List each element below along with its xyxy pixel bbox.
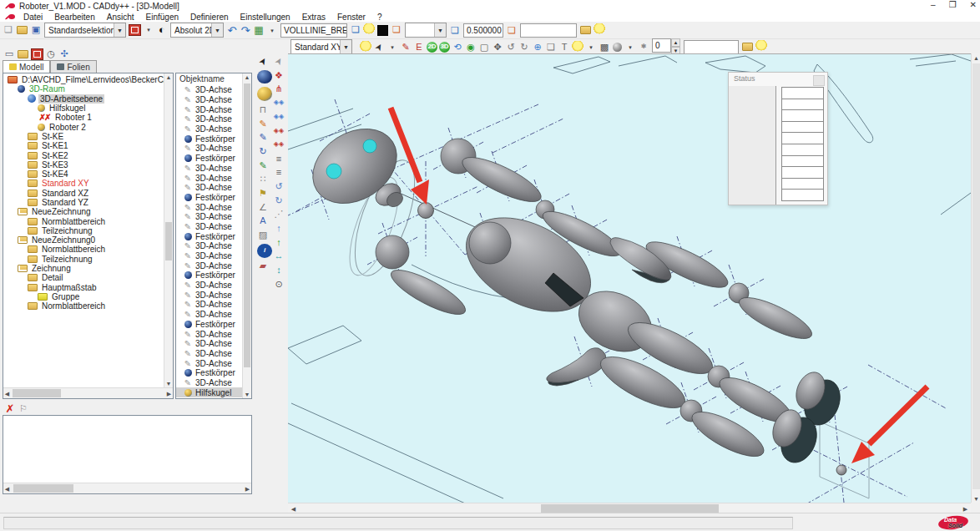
object-row[interactable]: ✎3D-Achse — [176, 378, 251, 388]
redo-button[interactable]: ↷ — [239, 24, 252, 37]
object-row[interactable]: ✎3D-Achse — [176, 114, 251, 124]
zoom-window-icon[interactable]: ▢ — [477, 41, 491, 53]
new-file-icon[interactable]: ❏ — [2, 23, 15, 36]
view-undo-icon[interactable]: ↺ — [504, 41, 518, 53]
linewidth-layer-icon[interactable]: ❏ — [505, 24, 518, 37]
render-caret[interactable]: ▾ — [624, 41, 637, 53]
pen-color-swatch[interactable] — [377, 25, 388, 36]
translate-x-icon[interactable]: ◈◈ — [271, 96, 286, 110]
tree-item-hilfskugel[interactable]: Hilfskugel — [3, 104, 173, 113]
pan-hand-icon[interactable]: ✥ — [491, 41, 504, 53]
object-row[interactable]: ✎3D-Achse — [176, 251, 251, 261]
object-row[interactable]: ✎3D-Achse — [176, 173, 251, 183]
delete-reference-icon[interactable]: ✗ — [3, 402, 17, 415]
sketch-pen-green-icon[interactable]: ✎ — [255, 159, 270, 173]
viewport-3d[interactable]: Status — [288, 53, 971, 503]
workplane-bulb-icon[interactable] — [359, 41, 372, 53]
tree-item-d--avchd-filme-lernvideos-beckercad-3d-pro-m[interactable]: D:\AVCHD_Filme\Lernvideos\BeckerCAD 3D P… — [3, 75, 173, 84]
undo-button[interactable]: ↶ — [225, 24, 239, 37]
object-list[interactable]: Objektname ✎3D-Achse✎3D-Achse✎3D-Achse✎3… — [175, 73, 252, 399]
object-row[interactable]: ✎3D-Achse — [176, 290, 251, 300]
axis-tripod-icon[interactable]: ⋔ — [271, 82, 286, 96]
object-row[interactable]: ✎3D-Achse — [176, 202, 251, 212]
object-vscrollbar[interactable]: ▲ ▼ — [242, 73, 251, 398]
object-row[interactable]: Hilfskugel — [176, 387, 251, 397]
tab-modell[interactable]: Modell — [3, 60, 50, 73]
view-2d-button[interactable]: 2D — [427, 42, 437, 53]
helper-sphere-feet[interactable] — [836, 465, 846, 475]
tree-vscrollbar[interactable]: ▲ ▼ — [164, 73, 173, 387]
tree-item-teilzeichnung[interactable]: Teilzeichnung — [3, 226, 173, 235]
message-panel[interactable]: ◀ ▶ — [3, 415, 252, 494]
linestyle-combo[interactable]: ▼ — [405, 23, 447, 38]
spinner-up-icon[interactable]: ▲ — [671, 38, 680, 47]
text-tool-icon[interactable]: A — [255, 215, 270, 229]
tools-icon[interactable]: T — [558, 41, 571, 53]
menu-bearbeiten[interactable]: Bearbeiten — [48, 13, 100, 22]
tree-item-st-ke4[interactable]: St-KE4 — [3, 169, 173, 179]
tree-item-normblattbereich[interactable]: Normblattbereich — [3, 245, 173, 254]
object-row[interactable]: ✎3D-Achse — [176, 310, 251, 320]
linetype-input[interactable]: VOLLLINIE_BREIT — [280, 23, 347, 38]
object-row[interactable]: ✎3D-Achse — [176, 85, 251, 95]
restore-button[interactable]: ❐ — [949, 0, 957, 9]
object-row[interactable]: Festkörper — [176, 154, 251, 164]
tree-hscrollbar[interactable]: ◀ ▶ — [3, 387, 173, 398]
tree-item-neuezeichnung[interactable]: NeueZeichnung — [3, 207, 173, 216]
scene-3d[interactable] — [288, 54, 971, 503]
workplane-combo[interactable]: Standard XY ▼ — [290, 39, 352, 54]
coords-grid-2-icon[interactable]: ≡ — [271, 166, 286, 180]
object-row[interactable]: ✎3D-Achse — [176, 339, 251, 349]
layer-pick-icon[interactable]: ❏ — [390, 23, 403, 36]
tree-item-neuezeichnung0[interactable]: NeueZeichnung0 — [3, 235, 173, 245]
menu-extras[interactable]: Extras — [296, 13, 331, 22]
extra-input[interactable] — [520, 23, 577, 38]
object-row[interactable]: ✎3D-Achse — [176, 349, 251, 359]
message-hscrollbar[interactable]: ◀ ▶ — [3, 483, 251, 493]
sketch-pen-blue-icon[interactable]: ✎ — [255, 130, 270, 144]
object-row[interactable]: ✎3D-Achse — [176, 212, 251, 222]
object-row[interactable]: ✎3D-Achse — [176, 104, 251, 114]
measure-angle-icon[interactable]: ∠ — [255, 200, 270, 215]
depth-spinner-value[interactable]: 0 — [652, 38, 671, 53]
flag-tool-icon[interactable]: ⚑ — [255, 186, 270, 200]
link-key-icon[interactable]: ✣ — [58, 48, 71, 60]
object-row[interactable]: ✎3D-Achse — [176, 260, 251, 271]
workplane-caret[interactable]: ▼ — [340, 40, 351, 53]
helper-sphere-neck[interactable] — [418, 203, 434, 219]
tree-item-standard-yz[interactable]: Standard YZ — [3, 198, 173, 207]
object-row[interactable]: ✎3D-Achse — [176, 95, 251, 105]
tree-item-roboter-2[interactable]: Roboter 2 — [3, 122, 173, 131]
move-up-blue-icon[interactable]: ↑ — [271, 221, 286, 235]
redraw-pen-icon[interactable]: ✎ — [399, 41, 412, 53]
hatch-tool-icon[interactable]: ▨ — [255, 228, 270, 242]
linewidth-input[interactable]: 0.500000 — [463, 23, 503, 38]
folie-bulb-icon[interactable] — [755, 40, 768, 53]
texture-checker-icon[interactable]: ▩ — [598, 41, 611, 53]
selection-mode-button[interactable] — [129, 24, 141, 36]
solid-sphere-tool-icon[interactable] — [257, 70, 272, 84]
coordinate-mode-combo[interactable]: Absolut 2D ▼ — [170, 23, 224, 38]
tree-item-st-ke2[interactable]: St-KE2 — [3, 150, 173, 159]
translate-y-icon[interactable]: ◈◈ — [271, 110, 286, 124]
rotate-view-icon[interactable]: ⟲ — [451, 41, 464, 53]
model-tree[interactable]: D:\AVCHD_Filme\Lernvideos\BeckerCAD 3D P… — [3, 73, 174, 399]
snap-points-icon[interactable]: ⋰ — [271, 208, 286, 222]
zoom-object-icon[interactable]: ◉ — [464, 41, 477, 53]
menu-fenster[interactable]: Fenster — [331, 13, 371, 22]
status-window[interactable]: Status — [728, 72, 828, 205]
origin-circle-icon[interactable]: ⊙ — [271, 277, 286, 291]
tree-item-gruppe[interactable]: Gruppe — [3, 292, 173, 301]
linestyle-caret[interactable]: ▼ — [434, 23, 446, 37]
screen-icon[interactable]: ▭ — [3, 48, 16, 60]
light-caret[interactable]: ▾ — [584, 41, 598, 53]
tree-item-teilzeichnung[interactable]: Teilzeichnung — [3, 255, 173, 264]
render-sphere-icon[interactable] — [613, 43, 622, 52]
object-row[interactable]: ✎3D-Achse — [176, 241, 251, 251]
translate-z-icon[interactable]: ◈◈ — [271, 138, 286, 152]
align-horizontal-icon[interactable]: ↔ — [271, 250, 286, 264]
contrast-icon[interactable]: ◐ — [155, 23, 169, 36]
depth-spinner[interactable]: 0 ▲▼ — [652, 38, 680, 55]
new-folder-icon[interactable] — [18, 50, 28, 58]
menu-datei[interactable]: Datei — [18, 13, 48, 22]
